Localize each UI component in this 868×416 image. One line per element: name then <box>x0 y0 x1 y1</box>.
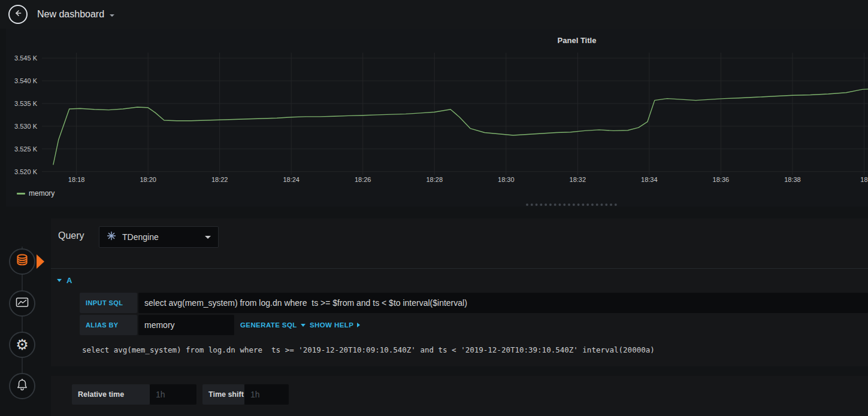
bell-icon <box>15 378 29 394</box>
relative-time-label: Relative time <box>72 384 150 405</box>
svg-text:3.535 K: 3.535 K <box>14 100 38 107</box>
alias-by-label: ALIAS BY <box>80 315 137 335</box>
tab-queries[interactable] <box>9 248 35 275</box>
chevron-down-icon <box>301 324 306 327</box>
svg-text:18:38: 18:38 <box>784 176 801 183</box>
alias-by-field[interactable] <box>138 315 234 335</box>
legend-swatch <box>17 193 25 195</box>
datasource-logo-icon <box>107 231 116 243</box>
panel-title[interactable]: Panel Title <box>533 36 621 45</box>
chevron-down-icon <box>205 236 211 239</box>
panel-resize-handle[interactable] <box>526 204 617 206</box>
svg-text:3.545 K: 3.545 K <box>14 54 38 62</box>
generate-sql-label: GENERATE SQL <box>240 321 297 329</box>
svg-text:18:36: 18:36 <box>713 176 730 183</box>
back-arrow-icon <box>13 8 23 20</box>
show-help-button[interactable]: SHOW HELP <box>310 315 360 335</box>
svg-text:18:34: 18:34 <box>641 176 658 183</box>
input-sql-field[interactable] <box>138 293 868 313</box>
svg-text:18:26: 18:26 <box>355 176 371 183</box>
dashboard-title-dropdown[interactable]: New dashboard <box>37 9 114 20</box>
input-sql-label: INPUT SQL <box>80 293 137 313</box>
legend-item-memory[interactable]: memory <box>17 189 55 198</box>
svg-text:18:32: 18:32 <box>570 176 586 183</box>
time-options-card: Relative time Time shift <box>51 376 868 416</box>
generate-sql-button[interactable]: GENERATE SQL <box>240 315 306 335</box>
time-series-chart[interactable]: 3.545 K3.540 K3.535 K3.530 K3.525 K3.520… <box>6 48 868 189</box>
tab-visualization[interactable] <box>9 290 35 317</box>
legend-label: memory <box>29 189 55 198</box>
query-section-title: Query <box>58 230 84 241</box>
svg-text:18:22: 18:22 <box>211 176 228 183</box>
back-button[interactable] <box>8 5 28 24</box>
query-row-header[interactable]: A <box>57 275 72 286</box>
datasource-picker[interactable]: TDengine <box>99 226 219 248</box>
relative-time-input[interactable] <box>150 384 196 405</box>
gear-icon: ⚙ <box>16 338 29 352</box>
chevron-right-icon <box>357 323 360 327</box>
svg-text:18:28: 18:28 <box>426 176 443 183</box>
graph-icon <box>15 295 29 312</box>
top-navbar: New dashboard <box>0 0 868 29</box>
svg-text:18:30: 18:30 <box>498 176 515 183</box>
svg-text:18:20: 18:20 <box>140 176 156 183</box>
svg-text:18:18: 18:18 <box>68 176 85 183</box>
dashboard-title: New dashboard <box>37 9 104 20</box>
svg-text:3.520 K: 3.520 K <box>14 168 38 175</box>
time-shift-input[interactable] <box>244 384 289 405</box>
database-icon <box>14 253 30 271</box>
svg-text:18: 18 <box>860 176 867 183</box>
time-shift-label: Time shift <box>202 384 244 405</box>
divider <box>51 268 868 269</box>
svg-text:3.540 K: 3.540 K <box>14 77 38 84</box>
graph-panel: Panel Title 3.545 K3.540 K3.535 K3.530 K… <box>6 29 868 207</box>
svg-text:3.530 K: 3.530 K <box>14 123 38 130</box>
svg-text:18:24: 18:24 <box>283 176 300 183</box>
tab-alert[interactable] <box>9 373 35 399</box>
collapse-chevron-icon <box>57 279 62 282</box>
svg-text:3.525 K: 3.525 K <box>14 145 38 153</box>
query-ref-id: A <box>66 276 72 285</box>
chevron-down-icon <box>110 14 114 17</box>
tab-general[interactable]: ⚙ <box>9 332 35 358</box>
datasource-name: TDengine <box>122 232 205 242</box>
generated-sql-text: select avg(mem_system) from log.dn where… <box>82 345 655 354</box>
query-editor-card: Query TDengine A INPUT SQL ALIAS BY GENE… <box>51 218 868 366</box>
show-help-label: SHOW HELP <box>310 321 353 329</box>
active-tab-marker <box>37 254 44 269</box>
